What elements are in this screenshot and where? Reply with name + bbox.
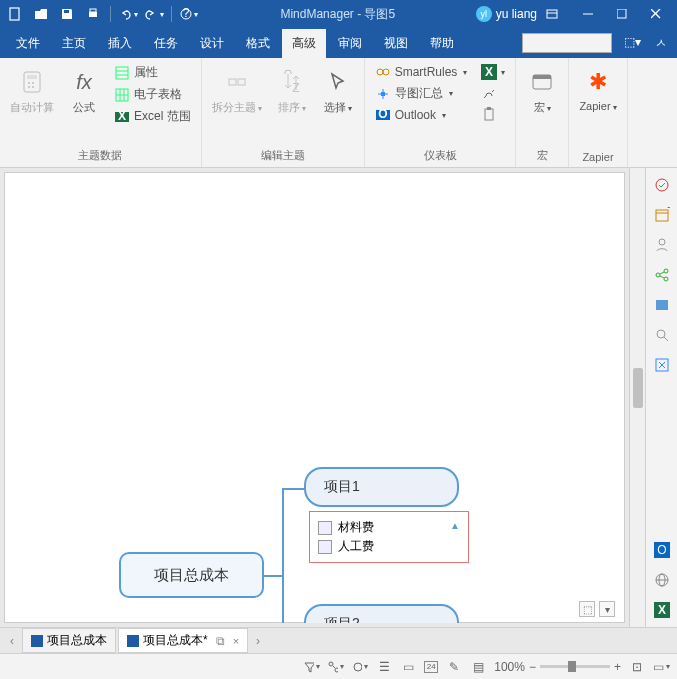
ribbon-display-button[interactable] [545,7,571,21]
topic-project2[interactable]: 项目2 [304,604,459,623]
fit-icon[interactable]: ⊡ [629,659,645,675]
zoom-label[interactable]: 100% [494,660,525,674]
sidetool-calendar[interactable]: + [649,202,675,228]
smartrules-button[interactable]: SmartRules▾ [371,62,472,82]
sidetool-share[interactable] [649,262,675,288]
sidetool-search[interactable] [649,322,675,348]
svg-rect-43 [487,107,491,110]
subtopic-item[interactable]: 材料费 [318,518,460,537]
svg-line-69 [333,666,335,668]
status-icon-5[interactable]: ▭ [400,659,416,675]
canvas[interactable]: 项目总成本 项目1 ▲ 材料费 人工费 项目2 ▲ 材料费 人工费 ⬚ ▾ [4,172,625,623]
user-account[interactable]: yl yu liang [476,6,537,22]
sidetool-outlook[interactable]: O [649,537,675,563]
svg-point-57 [657,330,665,338]
search-input[interactable] [522,33,612,53]
tab-help[interactable]: 帮助 [420,29,464,58]
root-topic[interactable]: 项目总成本 [119,552,264,598]
help-dropdown[interactable]: ? [178,3,200,25]
vertical-scrollbar[interactable] [629,168,645,627]
tab-view[interactable]: 视图 [374,29,418,58]
zoom-slider[interactable] [540,665,610,668]
save-button[interactable] [56,3,78,25]
autocalc-button[interactable]: 自动计算 [6,62,58,119]
sync-icon[interactable] [352,659,368,675]
sidetool-excel[interactable]: X [649,597,675,623]
tab-scroll-right[interactable]: › [250,634,266,648]
properties-button[interactable]: 属性 [110,62,195,83]
tab-scroll-left[interactable]: ‹ [4,634,20,648]
doc-tab-2[interactable]: 项目总成本*⧉× [118,628,248,653]
tab-insert[interactable]: 插入 [98,29,142,58]
outlook-button[interactable]: OOutlook▾ [371,105,472,125]
minimize-button[interactable] [571,0,605,28]
filter-icon[interactable] [304,659,320,675]
group-label: 主题数据 [78,146,122,165]
collapse-icon[interactable]: ▲ [450,520,460,531]
status-icon-8[interactable]: ▤ [470,659,486,675]
user-name: yu liang [496,7,537,21]
sidetool-expand[interactable] [649,352,675,378]
zapier-button[interactable]: ✱ Zapier [575,62,620,116]
subtopic-item[interactable]: 人工费 [318,537,460,556]
excel-range-button[interactable]: XExcel 范围 [110,106,195,127]
topic-project1[interactable]: 项目1 [304,467,459,507]
svg-rect-0 [10,8,19,20]
tab-popout-icon[interactable]: ⧉ [216,634,225,648]
maximize-button[interactable] [605,0,639,28]
tab-format[interactable]: 格式 [236,29,280,58]
open-button[interactable] [30,3,52,25]
doc-tab-1[interactable]: 项目总成本 [22,628,116,653]
cursor-icon [322,66,354,98]
svg-rect-1 [64,10,69,13]
branch-icon[interactable] [328,659,344,675]
spreadsheet-button[interactable]: 电子表格 [110,84,195,105]
toolbar-icon1[interactable]: ⬚▾ [620,31,645,56]
new-doc-button[interactable] [4,3,26,25]
sidetool-library[interactable] [649,292,675,318]
redo-button[interactable] [143,3,165,25]
svg-text:+: + [667,207,670,215]
tab-design[interactable]: 设计 [190,29,234,58]
subtopic-box-1[interactable]: ▲ 材料费 人工费 [309,511,469,563]
zoom-out-button[interactable]: − [529,660,536,674]
undo-button[interactable] [117,3,139,25]
view-mode-icon[interactable]: ▭ [653,659,669,675]
status-icon-7[interactable]: ✎ [446,659,462,675]
zoom-in-button[interactable]: + [614,660,621,674]
close-button[interactable] [639,0,673,28]
svg-rect-2 [89,12,97,17]
svg-rect-33 [381,92,385,96]
sidetool-task[interactable] [649,172,675,198]
macro-button[interactable]: 宏 [522,62,562,119]
svg-text:X: X [657,603,665,617]
svg-point-16 [28,86,30,88]
sidetool-web[interactable] [649,567,675,593]
split-topic-button[interactable]: 拆分主题 [208,62,266,119]
view-tool-2[interactable]: ▾ [599,601,615,617]
status-bar: ☰ ▭ 24 ✎ ▤ 100% − + ⊡ ▭ [0,653,677,679]
link-icon-button[interactable] [477,83,509,103]
svg-point-53 [664,277,668,281]
tab-review[interactable]: 审阅 [328,29,372,58]
formula-button[interactable]: fx 公式 [64,62,104,119]
sidetool-person[interactable] [649,232,675,258]
sort-button[interactable]: AZ 排序 [272,62,312,119]
tab-file[interactable]: 文件 [6,29,50,58]
group-label: 宏 [537,146,548,165]
collapse-ribbon-icon[interactable]: ㅅ [651,31,671,56]
tab-home[interactable]: 主页 [52,29,96,58]
zapier-icon: ✱ [582,66,614,98]
status-icon-4[interactable]: ☰ [376,659,392,675]
print-button[interactable] [82,3,104,25]
select-button[interactable]: 选择 [318,62,358,119]
excel-icon-button[interactable]: X▾ [477,62,509,82]
tab-advanced[interactable]: 高级 [282,29,326,58]
maps-summary-button[interactable]: 导图汇总▾ [371,83,472,104]
svg-text:O: O [378,108,387,121]
status-icon-6[interactable]: 24 [424,661,438,673]
view-tool-1[interactable]: ⬚ [579,601,595,617]
tab-close-icon[interactable]: × [233,635,239,647]
tab-task[interactable]: 任务 [144,29,188,58]
clipboard-button[interactable] [477,104,509,124]
